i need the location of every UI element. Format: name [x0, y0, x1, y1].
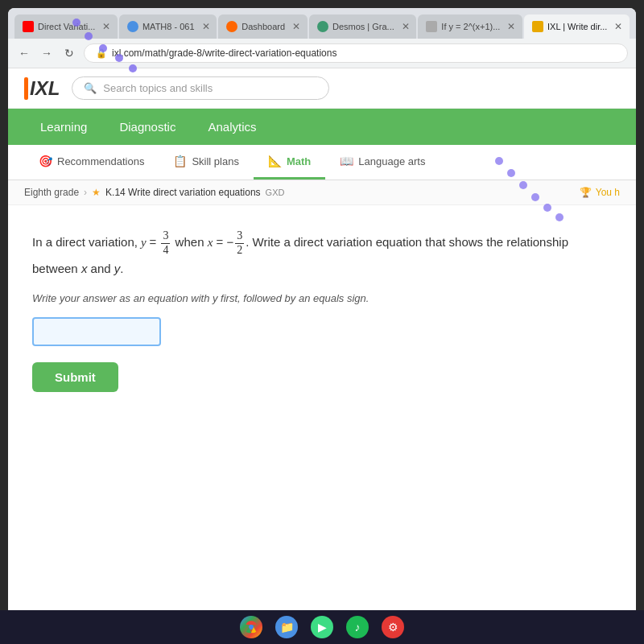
frac1-den: 4 — [161, 244, 170, 258]
tab-label: If y = 2^(x+1)... — [441, 22, 500, 31]
tab-bar: Direct Variati... ✕ MATH8 - 061 ✕ Dashbo… — [8, 8, 636, 39]
subnav-math[interactable]: 📐 Math — [254, 145, 325, 180]
search-box[interactable]: 🔍 Search topics and skills — [72, 76, 329, 100]
subnav-recommendations[interactable]: 🎯 Recommendations — [24, 145, 159, 180]
logo-bar — [24, 77, 28, 100]
q-var-x: x — [208, 236, 213, 249]
trophy-area: 🏆 You h — [580, 187, 620, 198]
tab-direct-variation[interactable]: Direct Variati... ✕ — [14, 14, 118, 39]
address-input[interactable]: 🔒 ixl.com/math/grade-8/write-direct-vari… — [84, 43, 628, 63]
tab-label: Direct Variati... — [38, 22, 95, 31]
subnav-language-arts[interactable]: 📖 Language arts — [325, 145, 440, 180]
frac1-num: 3 — [161, 229, 170, 244]
lock-icon: 🔒 — [96, 48, 107, 59]
language-arts-icon: 📖 — [340, 155, 353, 167]
desmos-tab-icon — [317, 21, 328, 32]
breadcrumb-grade[interactable]: Eighth grade — [24, 187, 79, 198]
subnav-skill-plans[interactable]: 📋 Skill plans — [159, 145, 254, 180]
search-placeholder: Search topics and skills — [103, 82, 213, 94]
tab-ify[interactable]: If y = 2^(x+1)... ✕ — [418, 14, 522, 39]
back-button[interactable]: ← — [16, 45, 32, 61]
tab-dashboard[interactable]: Dashboard ✕ — [218, 14, 308, 39]
tab-label: IXL | Write dir... — [547, 22, 607, 31]
taskbar: 📁 ▶ ♪ ⚙ — [0, 610, 644, 644]
tab-math8[interactable]: MATH8 - 061 ✕ — [119, 14, 217, 39]
tab-close-btn[interactable]: ✕ — [507, 21, 515, 32]
sub-nav: 🎯 Recommendations 📋 Skill plans 📐 Math 📖… — [8, 145, 636, 180]
q-neg-sign: − — [226, 235, 233, 249]
tab-label: MATH8 - 061 — [142, 22, 195, 31]
trophy-icon: 🏆 — [580, 187, 592, 198]
taskbar-chrome-icon[interactable] — [240, 616, 262, 638]
question-text: In a direct variation, y = 3 4 when x = … — [32, 229, 612, 279]
tab-desmos[interactable]: Desmos | Gra... ✕ — [309, 14, 416, 39]
frac2-den: 2 — [235, 244, 244, 258]
browser-window: Direct Variati... ✕ MATH8 - 061 ✕ Dashbo… — [8, 8, 636, 636]
tab-close-btn[interactable]: ✕ — [102, 21, 110, 32]
submit-button[interactable]: Submit — [32, 362, 118, 392]
q-fraction1: 3 4 — [161, 229, 170, 258]
math-icon: 📐 — [268, 155, 282, 167]
tab-ixl[interactable]: IXL | Write dir... ✕ — [524, 14, 630, 39]
forward-button[interactable]: → — [39, 45, 55, 61]
q-text-part1: In a direct variation, — [32, 235, 138, 249]
breadcrumb-code: GXD — [266, 188, 285, 197]
taskbar-files-icon[interactable]: 📁 — [275, 616, 298, 638]
tab-close-btn[interactable]: ✕ — [202, 21, 210, 32]
tab-label: Dashboard — [242, 22, 285, 31]
you-label: You h — [596, 187, 620, 198]
tab-label: Desmos | Gra... — [332, 22, 394, 31]
ixl-header: IXL 🔍 Search topics and skills — [8, 68, 636, 109]
page-content: IXL 🔍 Search topics and skills Learning … — [8, 68, 636, 636]
nav-analytics[interactable]: Analytics — [192, 109, 272, 145]
url-text: ixl.com/math/grade-8/write-direct-variat… — [112, 47, 336, 59]
q-when: when — [175, 235, 208, 249]
ixl-tab-icon — [532, 21, 543, 32]
search-icon: 🔍 — [84, 82, 97, 94]
taskbar-app-icon[interactable]: ⚙ — [382, 616, 404, 638]
q-equals2: = — [216, 235, 226, 249]
nav-learning[interactable]: Learning — [24, 109, 103, 145]
taskbar-spotify-icon[interactable]: ♪ — [346, 616, 369, 638]
nav-diagnostic[interactable]: Diagnostic — [103, 109, 192, 145]
ify-tab-icon — [426, 21, 437, 32]
dashboard-tab-icon — [226, 21, 237, 32]
recommendations-icon: 🎯 — [39, 155, 52, 167]
tab-close-btn[interactable]: ✕ — [614, 21, 622, 32]
skill-plans-icon: 📋 — [173, 155, 187, 167]
math-tab-icon — [127, 21, 138, 32]
tab-close-btn[interactable]: ✕ — [292, 21, 300, 32]
answer-input[interactable] — [32, 317, 161, 346]
address-bar-row: ← → ↻ 🔒 ixl.com/math/grade-8/write-direc… — [8, 39, 636, 68]
frac2-num: 3 — [235, 229, 244, 244]
breadcrumb: Eighth grade › ★ K.14 Write direct varia… — [8, 180, 636, 205]
q-fraction2: 3 2 — [235, 229, 244, 258]
instruction-text: Write your answer as an equation with y … — [32, 292, 612, 304]
refresh-button[interactable]: ↻ — [61, 45, 77, 61]
ixl-logo: IXL — [24, 77, 60, 100]
breadcrumb-star-icon: ★ — [92, 187, 101, 198]
breadcrumb-skill[interactable]: K.14 Write direct variation equations — [105, 187, 261, 198]
q-var-y: y — [141, 236, 149, 249]
tab-close-btn[interactable]: ✕ — [402, 21, 410, 32]
logo-text: IXL — [30, 77, 60, 100]
taskbar-play-icon[interactable]: ▶ — [311, 616, 333, 638]
breadcrumb-separator: › — [84, 187, 87, 198]
question-area: In a direct variation, y = 3 4 when x = … — [8, 205, 636, 636]
green-nav: Learning Diagnostic Analytics — [8, 109, 636, 145]
youtube-tab-icon — [23, 21, 34, 32]
